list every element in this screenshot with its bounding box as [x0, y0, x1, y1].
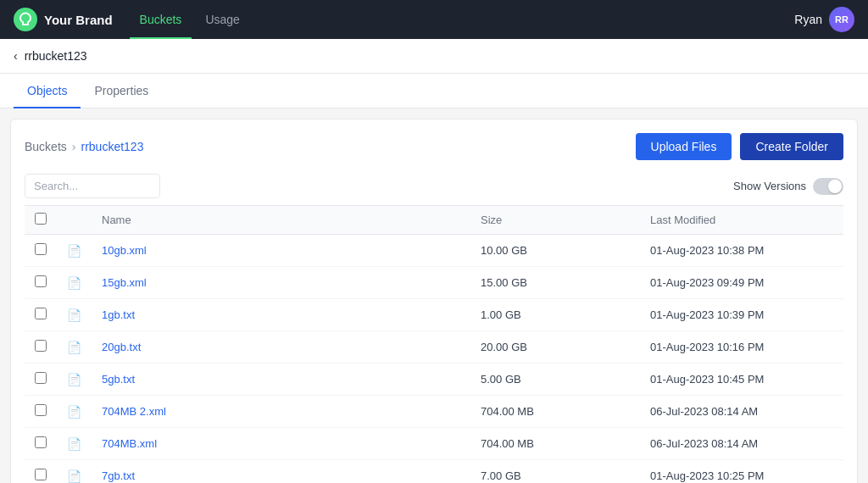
row-name-cell: 10gb.xml	[92, 235, 470, 267]
nav-link-buckets[interactable]: Buckets	[130, 0, 192, 39]
breadcrumb-nav: Buckets › rrbucket123	[25, 140, 143, 153]
row-size-cell: 10.00 GB	[470, 235, 640, 267]
file-name-link[interactable]: 15gb.xml	[102, 276, 147, 289]
navbar: Your Brand Buckets Usage Ryan RR	[0, 0, 868, 39]
brand: Your Brand	[14, 8, 113, 31]
file-name-link[interactable]: 10gb.xml	[102, 244, 147, 257]
row-icon-cell: 📄	[57, 299, 92, 331]
row-name-cell: 1gb.txt	[92, 299, 470, 331]
row-size-cell: 20.00 GB	[470, 331, 640, 364]
search-input[interactable]	[25, 174, 160, 198]
row-icon-cell: 📄	[57, 235, 92, 267]
row-icon-cell: 📄	[57, 364, 92, 396]
row-checkbox[interactable]	[35, 243, 47, 255]
column-icon-header	[57, 206, 92, 235]
row-icon-cell: 📄	[57, 396, 92, 428]
breadcrumb-current: rrbucket123	[81, 140, 143, 153]
tab-objects[interactable]: Objects	[14, 74, 81, 108]
table-row: 📄 7gb.txt 7.00 GB 01-Aug-2023 10:25 PM	[25, 460, 843, 484]
nav-link-usage[interactable]: Usage	[195, 0, 249, 39]
show-versions-toggle[interactable]	[813, 178, 843, 195]
tab-properties[interactable]: Properties	[81, 74, 162, 108]
row-checkbox-cell	[25, 396, 57, 428]
show-versions-control: Show Versions	[733, 178, 843, 195]
bucket-title: rrbucket123	[25, 49, 87, 63]
file-table: Name Size Last Modified 📄 10gb.xml 10.00…	[25, 205, 843, 483]
file-name-link[interactable]: 1gb.txt	[102, 308, 135, 321]
table-row: 📄 704MB 2.xml 704.00 MB 06-Jul-2023 08:1…	[25, 396, 843, 428]
column-checkbox	[25, 206, 57, 235]
file-name-link[interactable]: 704MB 2.xml	[102, 405, 166, 418]
row-name-cell: 704MB 2.xml	[92, 396, 470, 428]
file-name-link[interactable]: 704MB.xml	[102, 437, 157, 450]
toolbar-buttons: Upload Files Create Folder	[636, 133, 843, 160]
row-checkbox[interactable]	[35, 404, 47, 416]
nav-links: Buckets Usage	[130, 0, 778, 39]
row-size-cell: 7.00 GB	[470, 460, 640, 484]
breadcrumb-buckets[interactable]: Buckets	[25, 140, 67, 153]
breadcrumb-bar: ‹ rrbucket123	[0, 39, 868, 74]
row-checkbox-cell	[25, 267, 57, 299]
create-folder-button[interactable]: Create Folder	[740, 133, 843, 160]
row-checkbox[interactable]	[35, 340, 47, 352]
toggle-knob	[828, 180, 842, 193]
file-icon: 📄	[67, 308, 81, 322]
file-icon: 📄	[67, 405, 81, 419]
file-table-body: 📄 10gb.xml 10.00 GB 01-Aug-2023 10:38 PM…	[25, 235, 843, 484]
brand-logo-icon	[14, 8, 37, 31]
row-modified-cell: 01-Aug-2023 10:39 PM	[640, 299, 843, 331]
file-icon: 📄	[67, 244, 81, 258]
table-row: 📄 10gb.xml 10.00 GB 01-Aug-2023 10:38 PM	[25, 235, 843, 267]
table-row: 📄 1gb.txt 1.00 GB 01-Aug-2023 10:39 PM	[25, 299, 843, 331]
row-checkbox[interactable]	[35, 469, 47, 480]
table-row: 📄 704MB.xml 704.00 MB 06-Jul-2023 08:14 …	[25, 428, 843, 460]
row-name-cell: 7gb.txt	[92, 460, 470, 484]
breadcrumb-separator: ›	[72, 140, 76, 153]
row-icon-cell: 📄	[57, 331, 92, 364]
file-name-link[interactable]: 20gb.txt	[102, 341, 141, 353]
row-checkbox-cell	[25, 428, 57, 460]
table-row: 📄 5gb.txt 5.00 GB 01-Aug-2023 10:45 PM	[25, 364, 843, 396]
row-icon-cell: 📄	[57, 428, 92, 460]
column-size-header: Size	[470, 206, 640, 235]
brand-name: Your Brand	[44, 13, 113, 27]
row-icon-cell: 📄	[57, 460, 92, 484]
row-checkbox-cell	[25, 235, 57, 267]
row-modified-cell: 01-Aug-2023 10:25 PM	[640, 460, 843, 484]
row-checkbox[interactable]	[35, 436, 47, 448]
row-size-cell: 704.00 MB	[470, 428, 640, 460]
column-modified-header: Last Modified	[640, 206, 843, 235]
file-icon: 📄	[67, 437, 81, 451]
file-icon: 📄	[67, 341, 81, 354]
file-icon: 📄	[67, 373, 81, 386]
row-size-cell: 15.00 GB	[470, 267, 640, 299]
file-name-link[interactable]: 7gb.txt	[102, 469, 135, 482]
row-checkbox-cell	[25, 364, 57, 396]
row-size-cell: 5.00 GB	[470, 364, 640, 396]
show-versions-label: Show Versions	[733, 180, 806, 192]
row-name-cell: 5gb.txt	[92, 364, 470, 396]
main-content: Buckets › rrbucket123 Upload Files Creat…	[10, 119, 858, 483]
row-checkbox-cell	[25, 299, 57, 331]
table-header-row: Name Size Last Modified	[25, 206, 843, 235]
row-checkbox[interactable]	[35, 372, 47, 384]
row-modified-cell: 06-Jul-2023 08:14 AM	[640, 428, 843, 460]
file-name-link[interactable]: 5gb.txt	[102, 373, 135, 386]
search-row: Show Versions	[25, 174, 843, 198]
nav-user: Ryan RR	[794, 7, 854, 32]
select-all-checkbox[interactable]	[35, 213, 47, 225]
row-size-cell: 704.00 MB	[470, 396, 640, 428]
row-name-cell: 15gb.xml	[92, 267, 470, 299]
row-modified-cell: 06-Jul-2023 08:14 AM	[640, 396, 843, 428]
row-checkbox-cell	[25, 460, 57, 484]
row-checkbox[interactable]	[35, 308, 47, 319]
row-checkbox-cell	[25, 331, 57, 364]
row-modified-cell: 01-Aug-2023 09:49 PM	[640, 267, 843, 299]
column-name-header: Name	[92, 206, 470, 235]
row-icon-cell: 📄	[57, 267, 92, 299]
upload-files-button[interactable]: Upload Files	[636, 133, 732, 160]
row-modified-cell: 01-Aug-2023 10:16 PM	[640, 331, 843, 364]
row-checkbox[interactable]	[35, 275, 47, 287]
back-arrow-icon[interactable]: ‹	[14, 49, 18, 63]
file-icon: 📄	[67, 276, 81, 290]
